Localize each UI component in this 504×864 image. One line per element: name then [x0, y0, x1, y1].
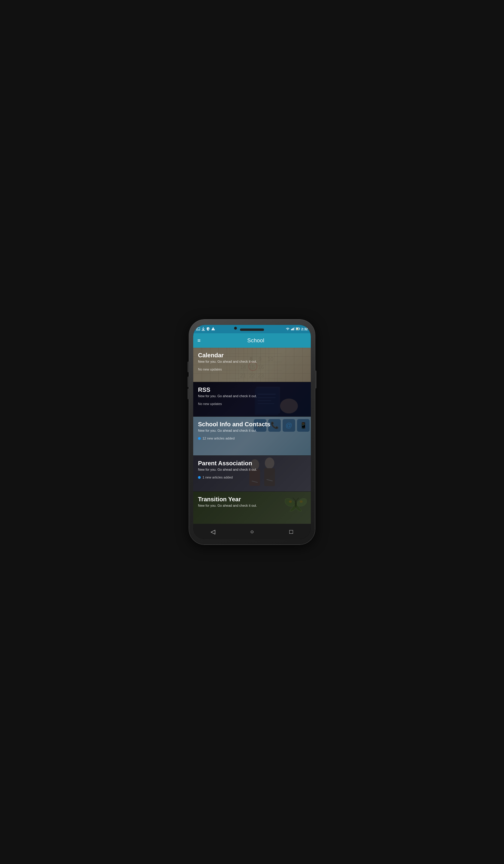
- phone-screen: ★ !: [193, 325, 311, 539]
- svg-point-1: [197, 328, 197, 329]
- back-button[interactable]: ◁: [207, 526, 219, 538]
- camera: [234, 327, 237, 330]
- phone-device: ★ !: [189, 320, 315, 544]
- svg-text:⚡: ⚡: [297, 328, 299, 330]
- transition-year-card[interactable]: Transition Year New for you. Go ahead an…: [193, 492, 311, 524]
- signal-icon: [291, 327, 295, 331]
- parent-subtitle: New for you. Go ahead and check it out.: [198, 468, 306, 471]
- status-icons-left: ★ !: [196, 327, 215, 332]
- svg-rect-5: [291, 329, 292, 330]
- svg-rect-2: [202, 330, 205, 331]
- shield-icon: ★: [206, 327, 210, 332]
- rss-title: RSS: [198, 386, 306, 393]
- transition-title: Transition Year: [198, 496, 306, 503]
- parent-association-card[interactable]: Parent Association New for you. Go ahead…: [193, 456, 311, 492]
- transition-subtitle: New for you. Go ahead and check it out.: [198, 504, 306, 507]
- school-info-content: School Info and Contacts New for you. Go…: [193, 417, 311, 445]
- svg-rect-10: [299, 328, 300, 329]
- status-dot-parent: [198, 476, 201, 479]
- rss-card[interactable]: RSS New for you. Go ahead and check it o…: [193, 382, 311, 417]
- rss-content: RSS New for you. Go ahead and check it o…: [193, 382, 311, 411]
- content-area: 8 9 10 14 15 16 21 22 23: [193, 348, 311, 524]
- svg-rect-0: [196, 328, 200, 330]
- rss-status: No new updates: [198, 401, 306, 407]
- app-title: School: [205, 337, 307, 344]
- parent-title: Parent Association: [198, 460, 306, 467]
- recent-apps-button[interactable]: □: [285, 526, 297, 538]
- download-icon: [202, 327, 205, 332]
- svg-text:!: !: [213, 328, 214, 330]
- calendar-subtitle: New for you. Go ahead and check it out.: [198, 360, 306, 363]
- calendar-status: No new updates: [198, 366, 306, 372]
- status-right: ⚡ 2:32: [286, 327, 308, 331]
- svg-rect-7: [293, 328, 294, 330]
- home-button[interactable]: ○: [246, 526, 258, 538]
- school-info-status: 12 new articles added: [198, 435, 306, 441]
- speaker: [240, 328, 264, 331]
- warning-icon: !: [211, 327, 215, 331]
- calendar-content: Calendar New for you. Go ahead and check…: [193, 348, 311, 376]
- parent-status: 1 new articles added: [198, 474, 306, 480]
- calendar-title: Calendar: [198, 352, 306, 359]
- app-toolbar: ≡ School: [193, 333, 311, 348]
- status-dot-school-info: [198, 437, 201, 440]
- transition-content: Transition Year New for you. Go ahead an…: [193, 492, 311, 515]
- menu-button[interactable]: ≡: [197, 337, 200, 344]
- battery-icon: ⚡: [296, 327, 300, 331]
- wifi-icon: [286, 327, 290, 331]
- parent-content: Parent Association New for you. Go ahead…: [193, 456, 311, 484]
- svg-rect-6: [292, 328, 293, 330]
- school-info-subtitle: New for you. Go ahead and check it out.: [198, 429, 306, 432]
- school-info-card[interactable]: ✉ 📞 @ 📱 School Info and Contacts New for…: [193, 417, 311, 456]
- rss-subtitle: New for you. Go ahead and check it out.: [198, 394, 306, 398]
- svg-rect-8: [294, 327, 295, 330]
- bottom-nav-bar: ◁ ○ □: [193, 524, 311, 539]
- school-info-title: School Info and Contacts: [198, 421, 306, 428]
- calendar-card[interactable]: 8 9 10 14 15 16 21 22 23: [193, 348, 311, 382]
- image-icon: [196, 327, 200, 331]
- clock: 2:32: [301, 327, 308, 331]
